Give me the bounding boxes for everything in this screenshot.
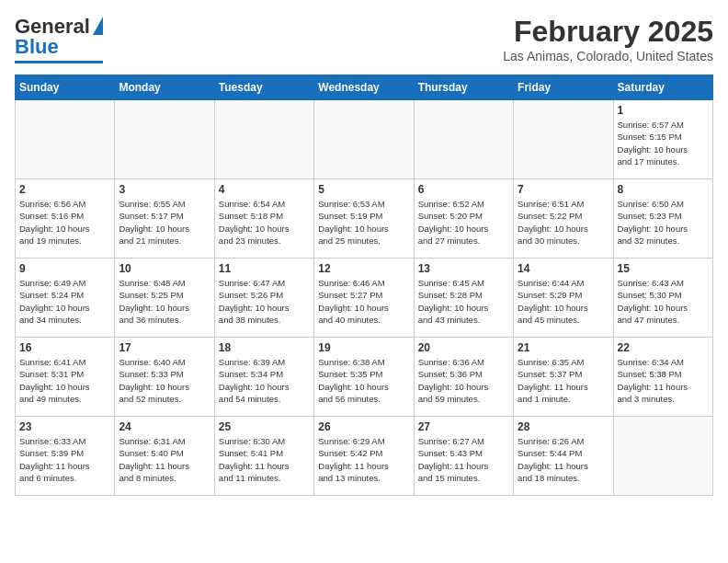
- day-info: Sunrise: 6:49 AM Sunset: 5:24 PM Dayligh…: [19, 277, 110, 326]
- calendar-cell: 19Sunrise: 6:38 AM Sunset: 5:35 PM Dayli…: [314, 338, 414, 417]
- day-info: Sunrise: 6:52 AM Sunset: 5:20 PM Dayligh…: [418, 198, 509, 247]
- weekday-header-thursday: Thursday: [414, 75, 513, 100]
- day-info: Sunrise: 6:40 AM Sunset: 5:33 PM Dayligh…: [119, 356, 210, 405]
- day-number: 23: [19, 420, 110, 433]
- day-info: Sunrise: 6:56 AM Sunset: 5:16 PM Dayligh…: [19, 198, 110, 247]
- calendar-cell: [514, 100, 613, 179]
- day-number: 8: [618, 183, 709, 196]
- weekday-header-sunday: Sunday: [16, 75, 115, 100]
- calendar-cell: 1Sunrise: 6:57 AM Sunset: 5:15 PM Daylig…: [613, 100, 712, 179]
- calendar-cell: [214, 100, 313, 179]
- calendar-cell: 23Sunrise: 6:33 AM Sunset: 5:39 PM Dayli…: [16, 417, 115, 496]
- day-info: Sunrise: 6:47 AM Sunset: 5:26 PM Dayligh…: [219, 277, 310, 326]
- day-number: 21: [518, 341, 609, 354]
- day-info: Sunrise: 6:44 AM Sunset: 5:29 PM Dayligh…: [518, 277, 609, 326]
- calendar-cell: 7Sunrise: 6:51 AM Sunset: 5:22 PM Daylig…: [514, 179, 613, 259]
- calendar-cell: 22Sunrise: 6:34 AM Sunset: 5:38 PM Dayli…: [613, 338, 712, 417]
- logo-underline: [15, 61, 103, 63]
- day-number: 12: [318, 262, 409, 275]
- calendar-cell: 14Sunrise: 6:44 AM Sunset: 5:29 PM Dayli…: [514, 259, 613, 338]
- calendar-week-row: 16Sunrise: 6:41 AM Sunset: 5:31 PM Dayli…: [16, 338, 713, 417]
- day-info: Sunrise: 6:27 AM Sunset: 5:43 PM Dayligh…: [418, 435, 509, 484]
- weekday-header-friday: Friday: [514, 75, 613, 100]
- calendar-cell: 8Sunrise: 6:50 AM Sunset: 5:23 PM Daylig…: [613, 179, 712, 259]
- page-header: General Blue February 2025 Las Animas, C…: [15, 15, 713, 63]
- weekday-header-saturday: Saturday: [613, 75, 712, 100]
- day-info: Sunrise: 6:30 AM Sunset: 5:41 PM Dayligh…: [219, 435, 310, 484]
- day-number: 5: [318, 183, 409, 196]
- calendar-cell: [115, 100, 214, 179]
- weekday-header-monday: Monday: [115, 75, 214, 100]
- day-number: 26: [318, 420, 409, 433]
- day-info: Sunrise: 6:35 AM Sunset: 5:37 PM Dayligh…: [518, 356, 609, 405]
- calendar-cell: 5Sunrise: 6:53 AM Sunset: 5:19 PM Daylig…: [314, 179, 414, 259]
- calendar-cell: 17Sunrise: 6:40 AM Sunset: 5:33 PM Dayli…: [115, 338, 214, 417]
- calendar-cell: 10Sunrise: 6:48 AM Sunset: 5:25 PM Dayli…: [115, 259, 214, 338]
- day-info: Sunrise: 6:48 AM Sunset: 5:25 PM Dayligh…: [119, 277, 210, 326]
- day-info: Sunrise: 6:33 AM Sunset: 5:39 PM Dayligh…: [19, 435, 110, 484]
- day-number: 17: [119, 341, 210, 354]
- page-title: February 2025: [503, 15, 713, 49]
- calendar-cell: 25Sunrise: 6:30 AM Sunset: 5:41 PM Dayli…: [214, 417, 313, 496]
- day-info: Sunrise: 6:50 AM Sunset: 5:23 PM Dayligh…: [618, 198, 709, 247]
- day-number: 1: [618, 104, 709, 117]
- day-info: Sunrise: 6:43 AM Sunset: 5:30 PM Dayligh…: [618, 277, 709, 326]
- logo: General Blue: [15, 15, 103, 63]
- day-number: 20: [418, 341, 509, 354]
- day-number: 2: [19, 183, 110, 196]
- day-number: 3: [119, 183, 210, 196]
- calendar-cell: [613, 417, 712, 496]
- day-number: 6: [418, 183, 509, 196]
- weekday-header-wednesday: Wednesday: [314, 75, 414, 100]
- calendar-cell: 18Sunrise: 6:39 AM Sunset: 5:34 PM Dayli…: [214, 338, 313, 417]
- calendar-week-row: 9Sunrise: 6:49 AM Sunset: 5:24 PM Daylig…: [16, 259, 713, 338]
- day-info: Sunrise: 6:53 AM Sunset: 5:19 PM Dayligh…: [318, 198, 409, 247]
- day-info: Sunrise: 6:55 AM Sunset: 5:17 PM Dayligh…: [119, 198, 210, 247]
- day-number: 9: [19, 262, 110, 275]
- day-info: Sunrise: 6:38 AM Sunset: 5:35 PM Dayligh…: [318, 356, 409, 405]
- day-number: 4: [219, 183, 310, 196]
- day-number: 25: [219, 420, 310, 433]
- day-info: Sunrise: 6:36 AM Sunset: 5:36 PM Dayligh…: [418, 356, 509, 405]
- calendar-cell: 12Sunrise: 6:46 AM Sunset: 5:27 PM Dayli…: [314, 259, 414, 338]
- day-info: Sunrise: 6:57 AM Sunset: 5:15 PM Dayligh…: [618, 119, 709, 167]
- weekday-header-tuesday: Tuesday: [214, 75, 313, 100]
- day-number: 19: [318, 341, 409, 354]
- calendar-cell: 13Sunrise: 6:45 AM Sunset: 5:28 PM Dayli…: [414, 259, 513, 338]
- day-number: 18: [219, 341, 310, 354]
- calendar-cell: 11Sunrise: 6:47 AM Sunset: 5:26 PM Dayli…: [214, 259, 313, 338]
- day-number: 16: [19, 341, 110, 354]
- day-info: Sunrise: 6:31 AM Sunset: 5:40 PM Dayligh…: [119, 435, 210, 484]
- day-number: 7: [518, 183, 609, 196]
- day-info: Sunrise: 6:46 AM Sunset: 5:27 PM Dayligh…: [318, 277, 409, 326]
- day-info: Sunrise: 6:34 AM Sunset: 5:38 PM Dayligh…: [618, 356, 709, 405]
- calendar-cell: 20Sunrise: 6:36 AM Sunset: 5:36 PM Dayli…: [414, 338, 513, 417]
- day-number: 15: [618, 262, 709, 275]
- day-info: Sunrise: 6:39 AM Sunset: 5:34 PM Dayligh…: [219, 356, 310, 405]
- calendar-cell: [414, 100, 513, 179]
- day-number: 28: [518, 420, 609, 433]
- calendar-cell: 9Sunrise: 6:49 AM Sunset: 5:24 PM Daylig…: [16, 259, 115, 338]
- calendar-cell: 4Sunrise: 6:54 AM Sunset: 5:18 PM Daylig…: [214, 179, 313, 259]
- calendar-cell: 26Sunrise: 6:29 AM Sunset: 5:42 PM Dayli…: [314, 417, 414, 496]
- calendar-cell: 28Sunrise: 6:26 AM Sunset: 5:44 PM Dayli…: [514, 417, 613, 496]
- day-number: 27: [418, 420, 509, 433]
- calendar-week-row: 23Sunrise: 6:33 AM Sunset: 5:39 PM Dayli…: [16, 417, 713, 496]
- calendar-week-row: 2Sunrise: 6:56 AM Sunset: 5:16 PM Daylig…: [16, 179, 713, 259]
- day-number: 22: [618, 341, 709, 354]
- day-info: Sunrise: 6:45 AM Sunset: 5:28 PM Dayligh…: [418, 277, 509, 326]
- logo-triangle-icon: [93, 17, 103, 35]
- calendar-cell: [314, 100, 414, 179]
- calendar-cell: 16Sunrise: 6:41 AM Sunset: 5:31 PM Dayli…: [16, 338, 115, 417]
- day-info: Sunrise: 6:41 AM Sunset: 5:31 PM Dayligh…: [19, 356, 110, 405]
- calendar-cell: 21Sunrise: 6:35 AM Sunset: 5:37 PM Dayli…: [514, 338, 613, 417]
- calendar-cell: 3Sunrise: 6:55 AM Sunset: 5:17 PM Daylig…: [115, 179, 214, 259]
- calendar-cell: 15Sunrise: 6:43 AM Sunset: 5:30 PM Dayli…: [613, 259, 712, 338]
- day-number: 24: [119, 420, 210, 433]
- page-subtitle: Las Animas, Colorado, United States: [503, 49, 713, 63]
- title-block: February 2025 Las Animas, Colorado, Unit…: [503, 15, 713, 63]
- calendar-week-row: 1Sunrise: 6:57 AM Sunset: 5:15 PM Daylig…: [16, 100, 713, 179]
- day-number: 11: [219, 262, 310, 275]
- logo-text-blue: Blue: [15, 35, 59, 59]
- day-info: Sunrise: 6:54 AM Sunset: 5:18 PM Dayligh…: [219, 198, 310, 247]
